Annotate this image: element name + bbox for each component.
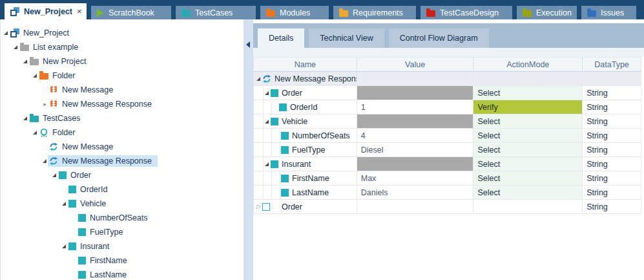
tab-technical-view[interactable]: Technical View	[309, 28, 384, 48]
datatype-cell[interactable]: String	[583, 171, 641, 185]
tab-modules[interactable]: Modules	[260, 6, 329, 19]
attribute-icon	[279, 103, 287, 111]
actionmode-cell[interactable]: Verify	[473, 100, 583, 114]
value-cell[interactable]: 4	[357, 129, 474, 142]
expander-icon[interactable]	[61, 202, 67, 206]
column-header-name[interactable]: Name	[254, 58, 357, 71]
tab-control-flow-diagram[interactable]: Control Flow Diagram	[389, 28, 489, 48]
table-row[interactable]: FuelType Diesel Select String	[254, 143, 641, 157]
name-cell[interactable]: Order	[254, 86, 357, 100]
actionmode-cell[interactable]: Select	[473, 171, 583, 185]
table-row[interactable]: NumberOfSeats 4 Select String	[254, 129, 641, 143]
tree-item-vehicle[interactable]: Vehicle	[1, 197, 244, 211]
table-row[interactable]: OrderId 1 Verify String	[254, 100, 641, 114]
table-row[interactable]: ▷ Order String	[254, 200, 641, 214]
value-cell[interactable]: 1	[357, 100, 474, 114]
datatype-cell[interactable]: String	[583, 129, 641, 142]
tree-item-fueltype[interactable]: FuelType	[1, 225, 244, 239]
tree-item-testcases[interactable]: TestCases	[1, 111, 244, 125]
name-cell[interactable]: New Message Response	[254, 72, 357, 85]
tree-item-insurant[interactable]: Insurant	[1, 239, 244, 253]
expander-icon[interactable]	[264, 162, 270, 166]
name-cell[interactable]: LastName	[254, 186, 357, 199]
tree-item-folder[interactable]: Folder	[1, 69, 244, 83]
actionmode-cell[interactable]	[473, 72, 583, 85]
value-cell[interactable]: Diesel	[357, 143, 474, 156]
close-icon[interactable]: ×	[77, 6, 82, 16]
column-header-datatype[interactable]: DataType	[583, 58, 641, 71]
expander-icon[interactable]	[32, 74, 38, 78]
table-row[interactable]: New Message Response	[254, 72, 641, 86]
name-cell[interactable]: Vehicle	[254, 114, 357, 128]
name-cell[interactable]: FirstName	[254, 171, 357, 185]
column-header-actionmode[interactable]: ActionMode	[473, 58, 583, 71]
datatype-cell[interactable]: String	[583, 157, 641, 171]
expander-icon[interactable]	[61, 244, 67, 248]
actionmode-cell[interactable]: Select	[473, 114, 583, 128]
expander-icon[interactable]: ▷	[255, 204, 262, 210]
value-cell[interactable]: Max	[357, 171, 474, 185]
tree-item-order[interactable]: Order	[1, 168, 244, 182]
expander-icon[interactable]	[12, 45, 19, 49]
tree-item-orderid[interactable]: OrderId	[1, 182, 244, 197]
actionmode-cell[interactable]: Select	[473, 129, 583, 142]
expander-icon[interactable]	[22, 116, 28, 120]
expander-icon[interactable]: ▸	[41, 102, 48, 107]
expander-icon[interactable]	[264, 120, 270, 124]
panel-splitter[interactable]	[244, 19, 253, 280]
tree-item-new-message-response[interactable]: ▸ New Message Response	[1, 97, 244, 111]
value-cell[interactable]	[357, 200, 474, 213]
datatype-cell[interactable]: String	[583, 100, 641, 114]
expander-icon[interactable]	[264, 91, 270, 95]
table-row[interactable]: Insurant Select String	[254, 157, 641, 171]
tab-details[interactable]: Details	[258, 28, 304, 48]
expander-icon[interactable]	[32, 131, 38, 135]
expander-icon[interactable]	[255, 77, 262, 81]
datatype-cell[interactable]	[583, 72, 641, 85]
tab-testcases[interactable]: TestCases	[176, 6, 256, 19]
name-cell[interactable]: OrderId	[254, 100, 357, 114]
datatype-cell[interactable]: String	[583, 200, 641, 213]
tree-item-numberofseats[interactable]: NumberOfSeats	[1, 211, 244, 225]
name-cell[interactable]: NumberOfSeats	[254, 129, 357, 142]
table-row[interactable]: FirstName Max Select String	[254, 171, 641, 186]
actionmode-cell[interactable]	[473, 200, 583, 213]
tree-item-new-message[interactable]: New Message	[1, 83, 244, 97]
datatype-cell[interactable]: String	[583, 114, 641, 128]
collapse-left-icon[interactable]	[246, 41, 250, 48]
tab-execution[interactable]: Execution	[517, 6, 577, 19]
datatype-cell[interactable]: String	[583, 186, 641, 199]
table-row[interactable]: Order Select String	[254, 86, 641, 100]
tree-item-new-project[interactable]: New Project	[1, 54, 244, 69]
tree-item-testcase-folder[interactable]: Folder	[1, 125, 244, 140]
tree-item-lastname[interactable]: LastName	[1, 268, 244, 280]
tree-item-firstname[interactable]: FirstName	[1, 253, 244, 268]
tree-item-new-message-response-tc[interactable]: New Message Response	[1, 154, 244, 168]
tab-new-project[interactable]: New_Project ×	[5, 3, 87, 19]
actionmode-cell[interactable]: Select	[473, 143, 583, 156]
value-cell[interactable]: Daniels	[357, 186, 474, 199]
datatype-cell[interactable]: String	[583, 143, 641, 156]
actionmode-cell[interactable]: Select	[473, 157, 583, 171]
table-row[interactable]: LastName Daniels Select String	[254, 186, 641, 200]
value-cell[interactable]	[357, 72, 474, 85]
name-cell[interactable]: FuelType	[254, 143, 357, 156]
tab-requirements[interactable]: Requirements	[333, 6, 416, 19]
tree-item-new-project-root[interactable]: New_Project	[1, 26, 244, 40]
tab-scratchbook[interactable]: ScratchBook	[91, 6, 171, 19]
expander-icon[interactable]	[3, 31, 9, 35]
name-cell[interactable]: Insurant	[254, 157, 357, 171]
tree-item-new-message-tc[interactable]: New Message	[1, 140, 244, 154]
actionmode-cell[interactable]: Select	[473, 86, 583, 100]
tab-testcasedesign[interactable]: TestCaseDesign	[421, 6, 512, 19]
tab-issues[interactable]: Issues	[581, 6, 636, 19]
expander-icon[interactable]	[51, 173, 57, 177]
datatype-cell[interactable]: String	[583, 86, 641, 100]
name-cell[interactable]: ▷ Order	[254, 200, 357, 213]
table-row[interactable]: Vehicle Select String	[254, 114, 641, 129]
actionmode-cell[interactable]: Select	[473, 186, 583, 199]
expander-icon[interactable]	[22, 59, 28, 63]
tree-item-list-example[interactable]: List example	[1, 40, 244, 54]
expander-icon[interactable]	[41, 159, 48, 163]
column-header-value[interactable]: Value	[357, 58, 474, 71]
